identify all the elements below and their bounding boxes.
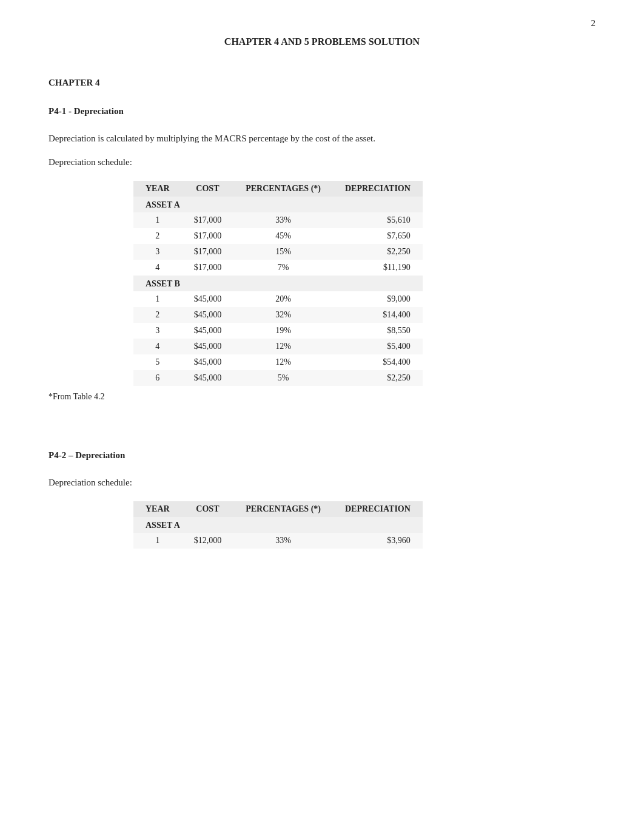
table-row: 1 $45,000 20% $9,000 (133, 291, 423, 307)
col-year: YEAR (133, 501, 182, 517)
year-cell: 2 (133, 228, 182, 244)
pct-cell: 33% (233, 533, 333, 549)
problem1-intro-text: Depreciation is calculated by multiplyin… (49, 134, 595, 144)
table-row: 6 $45,000 5% $2,250 (133, 370, 423, 386)
dep-cell: $14,400 (333, 307, 423, 323)
dep-cell: $5,400 (333, 339, 423, 354)
pct-cell: 15% (233, 244, 333, 260)
cost-cell: $17,000 (182, 244, 234, 260)
cost-cell: $12,000 (182, 533, 234, 549)
pct-cell: 12% (233, 354, 333, 370)
chapter-heading: CHAPTER 4 (49, 78, 595, 88)
asset-a-row: ASSET A (133, 197, 423, 212)
pct-cell: 33% (233, 212, 333, 228)
pct-cell: 19% (233, 323, 333, 339)
problem1-heading: P4-1 - Depreciation (49, 106, 595, 117)
col-cost: COST (182, 181, 234, 197)
asset-a-row-t2: ASSET A (133, 517, 423, 533)
dep-cell: $9,000 (333, 291, 423, 307)
dep-cell: $2,250 (333, 244, 423, 260)
table-row: 2 $45,000 32% $14,400 (133, 307, 423, 323)
col-cost: COST (182, 501, 234, 517)
table-row: 4 $45,000 12% $5,400 (133, 339, 423, 354)
dep-cell: $2,250 (333, 370, 423, 386)
main-title: CHAPTER 4 AND 5 PROBLEMS SOLUTION (49, 36, 595, 47)
cost-cell: $45,000 (182, 323, 234, 339)
depreciation-table-1: YEAR COST PERCENTAGES (*) DEPRECIATION A… (133, 181, 423, 386)
pct-cell: 20% (233, 291, 333, 307)
year-cell: 1 (133, 291, 182, 307)
asset-a-label-t2: ASSET A (133, 517, 423, 533)
asset-b-row: ASSET B (133, 276, 423, 291)
year-cell: 1 (133, 533, 182, 549)
pct-cell: 45% (233, 228, 333, 244)
cost-cell: $17,000 (182, 212, 234, 228)
cost-cell: $45,000 (182, 354, 234, 370)
dep-cell: $3,960 (333, 533, 423, 549)
table-row: 1 $12,000 33% $3,960 (133, 533, 423, 549)
table-row: 2 $17,000 45% $7,650 (133, 228, 423, 244)
dep-cell: $11,190 (333, 260, 423, 276)
depreciation-schedule-label: Depreciation schedule: (49, 157, 595, 167)
depreciation-table-2: YEAR COST PERCENTAGES (*) DEPRECIATION A… (133, 501, 423, 549)
year-cell: 4 (133, 260, 182, 276)
year-cell: 1 (133, 212, 182, 228)
year-cell: 3 (133, 244, 182, 260)
cost-cell: $45,000 (182, 339, 234, 354)
col-depreciation: DEPRECIATION (333, 181, 423, 197)
col-percentages: PERCENTAGES (*) (233, 181, 333, 197)
table1-footnote: *From Table 4.2 (49, 392, 595, 402)
cost-cell: $17,000 (182, 260, 234, 276)
table1-container: YEAR COST PERCENTAGES (*) DEPRECIATION A… (133, 181, 595, 386)
asset-b-label: ASSET B (133, 276, 423, 291)
table-row: 1 $17,000 33% $5,610 (133, 212, 423, 228)
pct-cell: 32% (233, 307, 333, 323)
pct-cell: 7% (233, 260, 333, 276)
year-cell: 6 (133, 370, 182, 386)
col-year: YEAR (133, 181, 182, 197)
cost-cell: $45,000 (182, 291, 234, 307)
col-depreciation: DEPRECIATION (333, 501, 423, 517)
year-cell: 4 (133, 339, 182, 354)
pct-cell: 5% (233, 370, 333, 386)
dep-cell: $8,550 (333, 323, 423, 339)
cost-cell: $17,000 (182, 228, 234, 244)
table-row: 5 $45,000 12% $54,400 (133, 354, 423, 370)
table-row: 3 $17,000 15% $2,250 (133, 244, 423, 260)
table2-container: YEAR COST PERCENTAGES (*) DEPRECIATION A… (133, 501, 595, 549)
year-cell: 5 (133, 354, 182, 370)
table-row: 4 $17,000 7% $11,190 (133, 260, 423, 276)
dep-cell: $54,400 (333, 354, 423, 370)
table-row: 3 $45,000 19% $8,550 (133, 323, 423, 339)
page-number: 2 (591, 18, 596, 29)
problem2-heading: P4-2 – Depreciation (49, 450, 595, 461)
asset-a-label: ASSET A (133, 197, 423, 212)
depreciation-schedule2-label: Depreciation schedule: (49, 478, 595, 488)
year-cell: 2 (133, 307, 182, 323)
cost-cell: $45,000 (182, 307, 234, 323)
col-percentages: PERCENTAGES (*) (233, 501, 333, 517)
cost-cell: $45,000 (182, 370, 234, 386)
pct-cell: 12% (233, 339, 333, 354)
year-cell: 3 (133, 323, 182, 339)
dep-cell: $7,650 (333, 228, 423, 244)
dep-cell: $5,610 (333, 212, 423, 228)
